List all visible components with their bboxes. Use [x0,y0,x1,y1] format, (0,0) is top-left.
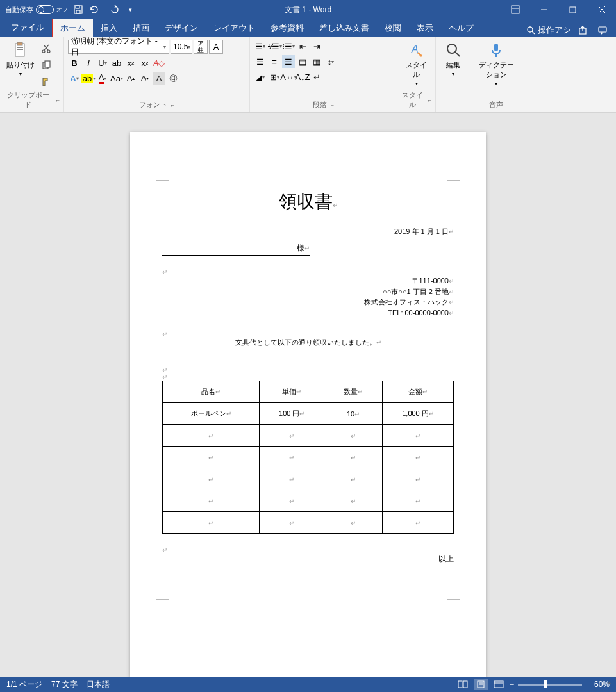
tell-me-search[interactable]: 操作アシ [526,24,571,36]
increase-indent-button[interactable]: ⇥ [310,40,323,53]
font-color-button[interactable]: A▾ [96,72,109,85]
styles-launcher[interactable]: ⌐ [428,97,431,103]
tab-design[interactable]: デザイン [157,19,206,37]
qat-customize-icon[interactable]: ▾ [125,4,135,15]
print-layout-button[interactable] [474,679,488,690]
undo-icon[interactable] [88,4,99,15]
svg-line-18 [44,45,49,50]
svg-rect-15 [17,49,23,50]
character-border-button[interactable]: A [209,40,223,54]
read-mode-button[interactable] [456,679,470,690]
table-row: ↵↵↵↵ [163,512,454,534]
tab-layout[interactable]: レイアウト [206,19,263,37]
tab-help[interactable]: ヘルプ [441,19,481,37]
tab-draw[interactable]: 描画 [125,19,157,37]
tab-insert[interactable]: 挿入 [93,19,125,37]
numbering-button[interactable]: ⅟☰▾ [268,40,281,53]
decrease-indent-button[interactable]: ⇤ [296,40,309,53]
format-painter-button[interactable] [40,76,53,88]
minimize-button[interactable] [529,0,558,19]
subscript-button[interactable]: x2 [124,56,137,69]
receipt-table[interactable]: 品名↵ 単価↵ 数量↵ 金額↵ ボールペン↵100 円↵10↵1,000 円↵ … [162,381,454,534]
doc-heading[interactable]: 領収書↵ [162,190,454,214]
document-area[interactable]: 領収書↵ 2019 年 1 月 1 日↵ 様↵ ↵ 〒111-0000↵ ○○市… [0,113,616,677]
save-icon[interactable] [73,4,83,15]
dictate-button[interactable]: ディクテーション ▾ [474,40,518,88]
title-bar: 自動保存 オフ ▾ 文書 1 - Word [0,0,616,19]
tab-mailings[interactable]: 差し込み文書 [312,19,377,37]
clear-format-button[interactable]: A◇ [153,56,165,69]
zoom-out-button[interactable]: − [510,680,514,689]
collapse-ribbon-button[interactable]: ⌃ [606,681,612,689]
strikethrough-button[interactable]: ab [110,56,123,69]
tab-view[interactable]: 表示 [409,19,441,37]
paragraph-launcher[interactable]: ⌐ [331,102,334,108]
svg-rect-25 [494,44,498,51]
cut-button[interactable] [40,42,53,55]
recipient-line[interactable]: 様↵ [162,243,310,256]
tab-review[interactable]: 校閲 [377,19,409,37]
justify-button[interactable]: ▤ [296,55,309,68]
grow-font-button[interactable]: A▴ [124,72,137,85]
char-shading-button[interactable]: A [153,72,165,85]
borders-button[interactable]: ⊞▾ [268,70,281,83]
doc-date[interactable]: 2019 年 1 月 1 日↵ [162,227,454,236]
change-case-button[interactable]: Aa▾ [110,72,123,85]
closing-text[interactable]: 以上 [162,554,454,564]
page[interactable]: 領収書↵ 2019 年 1 月 1 日↵ 様↵ ↵ 〒111-0000↵ ○○市… [130,132,486,677]
font-launcher[interactable]: ⌐ [171,102,174,108]
bold-button[interactable]: B [68,56,81,69]
close-button[interactable] [587,0,616,19]
show-marks-button[interactable]: ↵ [310,70,323,83]
tab-home[interactable]: ホーム [53,19,93,37]
svg-rect-28 [463,681,467,688]
clipboard-launcher[interactable]: ⌐ [56,97,60,103]
text-effects-button[interactable]: A▾ [68,72,81,85]
align-left-button[interactable]: ☰ [254,55,267,68]
language-indicator[interactable]: 日本語 [87,679,110,690]
styles-button[interactable]: A スタイル ▾ [401,40,431,88]
intro-text[interactable]: 文具代として以下の通り領収いたしました。↵ [162,338,454,347]
share-button[interactable] [576,23,590,37]
autosave-toggle[interactable]: 自動保存 オフ [5,5,68,15]
align-right-button[interactable]: ☰ [282,55,295,68]
multilevel-button[interactable]: ⁝☰▾ [282,40,295,53]
shrink-font-button[interactable]: A▾ [138,72,151,85]
font-size-combo[interactable]: 10.5▾ [171,40,192,54]
sender-block[interactable]: 〒111-0000↵ ○○市○○1 丁目 2 番地↵ 株式会社オフィス・ハック↵… [162,276,454,318]
redo-icon[interactable] [110,4,120,15]
paste-button[interactable]: 貼り付け ▾ [4,40,37,78]
zoom-in-button[interactable]: + [586,680,590,689]
underline-button[interactable]: U ▾ [96,56,109,69]
svg-rect-1 [76,6,79,8]
font-name-combo[interactable]: 游明朝 (本文のフォント - 日▾ [68,40,169,54]
status-bar: 1/1 ページ 77 文字 日本語 − + 60% [0,677,616,692]
tab-file[interactable]: ファイル [3,18,53,37]
maximize-button[interactable] [558,0,587,19]
highlight-button[interactable]: ab▾ [82,72,95,85]
distributed-button[interactable]: ▦ [310,55,323,68]
svg-line-19 [44,45,48,50]
superscript-button[interactable]: x2 [138,56,151,69]
tab-references[interactable]: 参考資料 [263,19,312,37]
web-layout-button[interactable] [492,679,506,690]
page-indicator[interactable]: 1/1 ページ [6,679,42,690]
italic-button[interactable]: I [82,56,95,69]
margin-corner [447,180,460,193]
phonetic-guide-button[interactable]: ア亜 [194,40,208,54]
word-count[interactable]: 77 文字 [51,679,78,690]
align-center-button[interactable]: ≡ [268,55,281,68]
copy-button[interactable] [40,59,53,72]
sort-button[interactable]: A↓Z [296,70,309,83]
shading-button[interactable]: ◢▾ [254,70,267,83]
editing-button[interactable]: 編集 ▾ [442,40,465,78]
margin-corner [447,587,460,600]
zoom-slider[interactable] [518,684,582,686]
svg-rect-13 [17,42,22,45]
ribbon-options-button[interactable] [501,0,529,19]
enclose-char-button[interactable]: ㊐ [167,72,179,85]
comments-button[interactable] [595,23,610,37]
char-width-button[interactable]: A↔▾ [282,70,295,83]
bullets-button[interactable]: ☰▾ [254,40,267,53]
line-spacing-button[interactable]: ↕▾ [324,55,337,68]
